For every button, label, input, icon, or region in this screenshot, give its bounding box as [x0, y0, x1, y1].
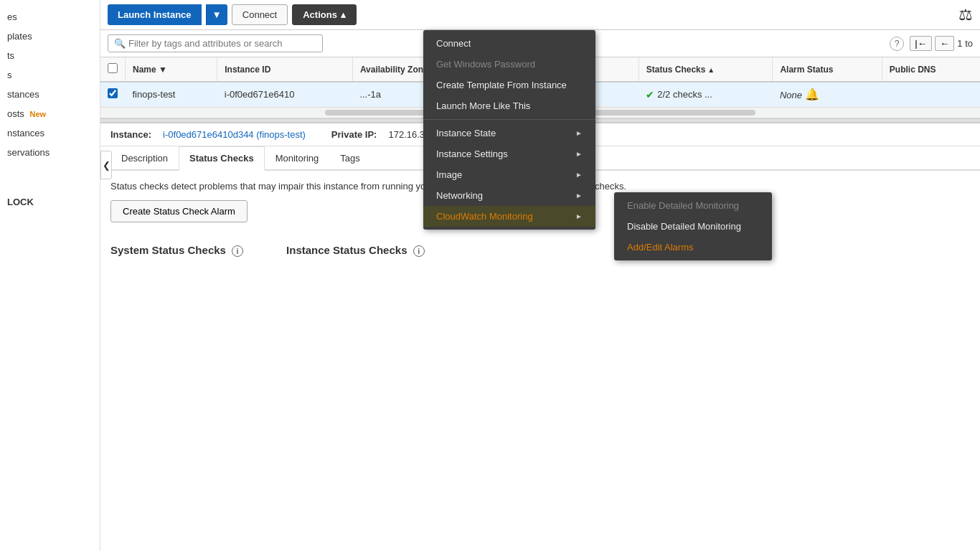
cloudwatch-submenu: Enable Detailed Monitoring Disable Detai…	[614, 192, 772, 260]
toolbar: Launch Instance ▼ Connect Actions ▴ ⚖	[100, 0, 980, 30]
tab-monitoring[interactable]: Monitoring	[265, 146, 330, 171]
private-ip-label: Private IP:	[331, 129, 377, 140]
menu-item-connect[interactable]: Connect	[423, 33, 595, 54]
instance-status-info-icon[interactable]: i	[413, 245, 425, 257]
sidebar-item-stances[interactable]: stances	[0, 85, 100, 104]
submenu-arrow-instance-state: ►	[575, 129, 583, 137]
instance-status-checks-section: Instance Status Checks i	[286, 234, 425, 257]
alarm-bell-icon: 🔔	[805, 88, 819, 100]
tab-description[interactable]: Description	[110, 146, 179, 171]
system-status-checks-section: System Status Checks i	[110, 234, 243, 257]
system-status-checks-title: System Status Checks i	[110, 244, 243, 257]
row-checkbox-cell[interactable]	[100, 82, 126, 107]
menu-item-get-windows-password: Get Windows Password	[423, 54, 595, 75]
sidebar: es plates ts s stances osts New nstances	[0, 0, 100, 551]
search-icon: 🔍	[114, 38, 126, 49]
menu-item-instance-settings[interactable]: Instance Settings ►	[423, 143, 595, 164]
submenu-arrow-networking: ►	[575, 192, 583, 199]
header-public-dns[interactable]: Public DNS	[882, 57, 980, 82]
instance-id-value: i-0f0ed671e6410d344 (finops-test)	[163, 129, 306, 140]
sidebar-item-nstances[interactable]: nstances	[0, 123, 100, 143]
pagination-text: 1 to	[957, 38, 973, 49]
connect-button[interactable]: Connect	[232, 4, 288, 25]
new-badge-osts: New	[29, 110, 46, 118]
pagination-controls: |← ← 1 to	[910, 36, 973, 51]
sidebar-item-ts[interactable]: ts	[0, 46, 100, 65]
launch-instance-arrow-button[interactable]: ▼	[206, 4, 227, 25]
submenu-arrow-image: ►	[575, 171, 583, 179]
tab-status-checks[interactable]: Status Checks	[179, 146, 265, 171]
menu-item-create-template[interactable]: Create Template From Instance	[423, 75, 595, 95]
lab-icon: ⚖	[958, 6, 973, 24]
menu-item-instance-state[interactable]: Instance State ►	[423, 123, 595, 143]
menu-item-launch-more[interactable]: Launch More Like This	[423, 95, 595, 116]
submenu-item-enable-monitoring: Enable Detailed Monitoring	[614, 195, 772, 216]
launch-instance-button[interactable]: Launch Instance	[108, 4, 202, 25]
sidebar-item-s[interactable]: s	[0, 65, 100, 85]
sidebar-item-plates[interactable]: plates	[0, 27, 100, 46]
header-alarm-status[interactable]: Alarm Status	[773, 57, 882, 82]
sidebar-item-servations[interactable]: servations	[0, 143, 100, 162]
actions-chevron-icon: ▴	[341, 9, 346, 20]
instance-label: Instance:	[110, 129, 151, 140]
tab-tags[interactable]: Tags	[329, 146, 370, 171]
instance-status-checks-title: Instance Status Checks i	[286, 244, 425, 257]
sidebar-lock-label: LOCK	[0, 191, 100, 213]
sidebar-item-osts[interactable]: osts New	[0, 104, 100, 123]
select-all-checkbox[interactable]	[108, 63, 118, 73]
menu-item-networking[interactable]: Networking ►	[423, 185, 595, 206]
row-checkbox[interactable]	[108, 88, 118, 98]
menu-item-cloudwatch[interactable]: CloudWatch Monitoring ►	[423, 206, 595, 227]
header-instance-id[interactable]: Instance ID	[217, 57, 353, 82]
system-status-info-icon[interactable]: i	[232, 245, 243, 257]
collapse-sidebar-handle[interactable]: ❮	[100, 151, 112, 179]
app-wrapper: es plates ts s stances osts New nstances	[0, 0, 980, 551]
context-menu: Connect Get Windows Password Create Temp…	[423, 30, 595, 230]
search-input[interactable]	[128, 38, 316, 49]
pagination-prev-button[interactable]: ←	[935, 36, 954, 51]
menu-divider	[423, 119, 595, 120]
submenu-item-add-edit-alarms[interactable]: Add/Edit Alarms	[614, 237, 772, 258]
submenu-arrow-cloudwatch: ►	[575, 212, 583, 220]
row-name: finops-test	[126, 82, 217, 107]
create-status-check-alarm-button[interactable]: Create Status Check Alarm	[110, 200, 248, 222]
submenu-item-disable-monitoring[interactable]: Disable Detailed Monitoring	[614, 216, 772, 237]
row-instance-id: i-0f0ed671e6410	[217, 82, 353, 107]
submenu-arrow-instance-settings: ►	[575, 150, 583, 158]
row-alarm-status: None 🔔	[773, 82, 882, 107]
row-public-dns	[882, 82, 980, 107]
checks-ok-icon: ✔	[646, 89, 654, 100]
sidebar-item-es[interactable]: es	[0, 7, 100, 27]
actions-button[interactable]: Actions ▴	[292, 4, 357, 25]
help-icon[interactable]: ?	[890, 37, 904, 51]
search-input-wrap[interactable]: 🔍	[108, 34, 323, 52]
row-status-checks: ✔ 2/2 checks ...	[639, 82, 773, 107]
menu-item-image[interactable]: Image ►	[423, 164, 595, 185]
header-name[interactable]: Name ▼	[126, 57, 217, 82]
header-status-checks[interactable]: Status Checks	[639, 57, 773, 82]
header-checkbox-col[interactable]	[100, 57, 126, 82]
pagination-first-button[interactable]: |←	[910, 36, 932, 51]
main-content: Launch Instance ▼ Connect Actions ▴ ⚖ 🔍 …	[100, 0, 980, 551]
